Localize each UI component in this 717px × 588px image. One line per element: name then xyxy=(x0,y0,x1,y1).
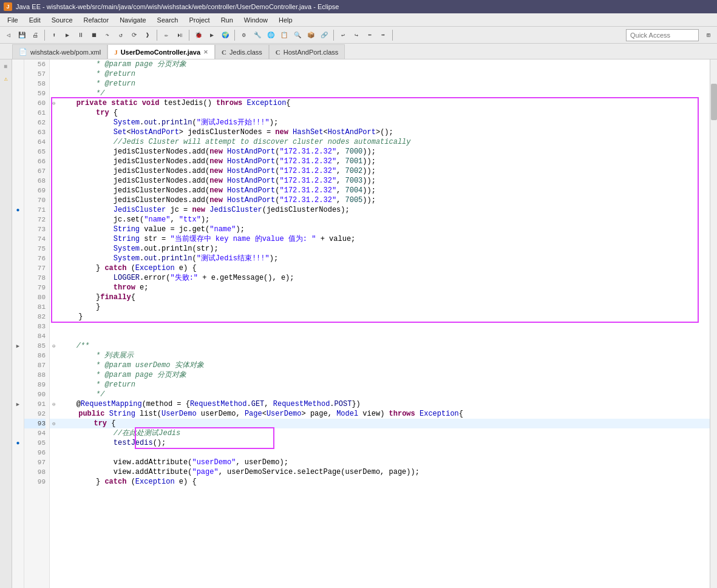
toolbar-btn-r11[interactable]: 🔍 xyxy=(291,29,304,41)
side-icon-1[interactable]: ≡ xyxy=(1,62,11,72)
token-normal: } xyxy=(61,293,100,302)
line-number: 73 xyxy=(24,225,46,234)
token-normal: userDemo, xyxy=(197,410,245,418)
gutter-marker xyxy=(12,448,24,458)
token-normal: ( xyxy=(192,254,196,263)
token-me: out xyxy=(144,118,157,127)
tab-jedis[interactable]: C Jedis.class xyxy=(215,44,269,59)
token-cl: UserDemo xyxy=(267,410,302,418)
tab-pom[interactable]: 📄 wishstack-web/pom.xml xyxy=(12,44,107,59)
tab-pom-label: wishstack-web/pom.xml xyxy=(30,49,101,56)
token-normal: ); xyxy=(270,254,278,263)
toolbar-btn-play[interactable]: ▶ xyxy=(61,29,73,41)
token-cl: System xyxy=(61,118,140,127)
toolbar-btn-r10[interactable]: 📋 xyxy=(278,29,290,41)
toolbar-btn-cursor[interactable]: ⬆ xyxy=(48,29,60,41)
line-number: 70 xyxy=(24,195,46,205)
toolbar-btn-r8[interactable]: 🔧 xyxy=(251,29,263,41)
fold-icon[interactable]: ⊖ xyxy=(52,421,59,427)
vertical-scrollbar[interactable] xyxy=(710,59,717,588)
token-normal: (); xyxy=(153,439,166,447)
token-cl: HostAndPort xyxy=(328,128,376,137)
line-number: 90 xyxy=(24,390,46,399)
line-number: 86 xyxy=(24,351,46,360)
toolbar-btn-pause[interactable]: ⏸ xyxy=(75,29,87,41)
toolbar-btn-debug[interactable]: 🐞 xyxy=(192,29,205,41)
token-normal: . xyxy=(247,400,251,408)
token-kw: private xyxy=(59,99,111,107)
menu-window[interactable]: Window xyxy=(239,15,273,25)
toolbar-separator-6 xyxy=(392,30,393,41)
token-cm: * @param userDemo 实体对象 xyxy=(61,361,203,370)
token-normal: e; xyxy=(140,283,148,292)
toolbar-btn-r3[interactable]: ❱ xyxy=(141,29,154,41)
scroll-thumb[interactable] xyxy=(711,84,717,120)
toolbar-btn-r2[interactable]: ⟳ xyxy=(128,29,140,41)
quick-access-input[interactable] xyxy=(626,29,699,41)
fold-icon[interactable]: ⊖ xyxy=(52,402,59,408)
toolbar-btn-r13[interactable]: 🔗 xyxy=(318,29,330,41)
token-normal: , xyxy=(336,157,345,166)
toolbar-btn-r7[interactable]: ⚙ xyxy=(238,29,250,41)
gutter-marker xyxy=(12,176,24,186)
token-kw: new xyxy=(209,167,227,175)
menu-refactor[interactable]: Refactor xyxy=(79,15,114,25)
toolbar-btn-save[interactable]: 💾 xyxy=(16,29,28,41)
toolbar-btn-r12[interactable]: 📦 xyxy=(305,29,317,41)
menu-help[interactable]: Help xyxy=(274,15,297,25)
code-area[interactable]: * @param page 分页对象 * @return * @return *… xyxy=(50,59,710,588)
token-kw: try xyxy=(61,109,113,117)
toolbar-btn-r9[interactable]: 🌐 xyxy=(265,29,277,41)
toolbar-btn-stop[interactable]: ⏹ xyxy=(88,29,100,41)
token-normal: } xyxy=(61,478,104,486)
toolbar-btn-perspective[interactable]: ⊞ xyxy=(702,29,715,41)
menu-project[interactable]: Project xyxy=(184,15,214,25)
toolbar-btn-r1[interactable]: ↺ xyxy=(115,29,127,41)
toolbar-btn-r5[interactable]: ▶ xyxy=(206,29,218,41)
gutter-marker xyxy=(12,409,24,419)
side-icon-2[interactable]: ⚠ xyxy=(1,74,11,84)
menu-edit[interactable]: Edit xyxy=(24,15,46,25)
menu-navigate[interactable]: Navigate xyxy=(115,15,151,25)
line-number: 75 xyxy=(24,244,46,254)
fold-icon[interactable]: ⊖ xyxy=(52,101,59,107)
toolbar-separator-3 xyxy=(189,30,189,41)
toolbar-btn-r14[interactable]: ↩ xyxy=(337,29,349,41)
toolbar-btn-step[interactable]: ↷ xyxy=(101,29,114,41)
line-number: 79 xyxy=(24,283,46,292)
menu-run[interactable]: Run xyxy=(216,15,238,25)
menu-file[interactable]: File xyxy=(2,15,23,25)
token-st: "测试Jedis开始!!!" xyxy=(197,118,270,127)
token-normal: , xyxy=(336,186,345,195)
code-line: ⊖ @RequestMapping(method = {RequestMetho… xyxy=(50,399,710,409)
code-line: JedisCluster jc = new JedisCluster(jedis… xyxy=(50,205,710,215)
toolbar-btn-r15[interactable]: ↪ xyxy=(350,29,362,41)
toolbar-btn-back[interactable]: ◁ xyxy=(2,29,15,41)
token-normal: )); xyxy=(362,186,376,195)
menu-search[interactable]: Search xyxy=(152,15,183,25)
toolbar-btn-r4[interactable]: ⏯ xyxy=(174,29,186,41)
toolbar-btn-edit[interactable]: ✏ xyxy=(160,29,172,41)
toolbar-btn-r6[interactable]: 🌍 xyxy=(219,29,231,41)
line-number: 92 xyxy=(24,409,46,419)
token-normal: )); xyxy=(362,147,376,156)
gutter-marker xyxy=(12,98,24,108)
token-kw: catch xyxy=(104,478,131,486)
token-cl: UserDemo xyxy=(161,410,197,418)
token-normal: ( xyxy=(192,118,196,127)
fold-icon[interactable]: ⊖ xyxy=(52,343,59,350)
toolbar-btn-print[interactable]: 🖨 xyxy=(29,29,41,41)
code-line: view.addAttribute("userDemo", userDemo); xyxy=(50,458,710,467)
tab-userdemo-close[interactable]: ✕ xyxy=(203,49,208,55)
toolbar-btn-r17[interactable]: ➡ xyxy=(377,29,389,41)
gutter-marker xyxy=(12,118,24,127)
token-kw: new xyxy=(209,186,227,195)
gutter-marker xyxy=(12,467,24,477)
line-number: 66 xyxy=(24,157,46,166)
token-st: "name" xyxy=(144,215,170,224)
token-cl: System xyxy=(61,245,140,253)
toolbar-btn-r16[interactable]: ⬅ xyxy=(364,29,376,41)
menu-source[interactable]: Source xyxy=(47,15,78,25)
tab-userdemo[interactable]: J UserDemoController.java ✕ xyxy=(107,44,215,59)
tab-hostport[interactable]: C HostAndPort.class xyxy=(269,44,345,59)
